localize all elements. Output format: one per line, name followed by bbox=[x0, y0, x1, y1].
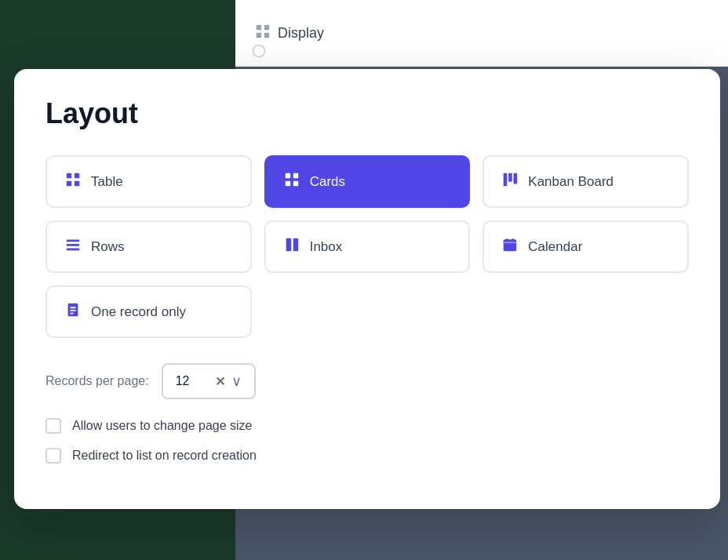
layout-btn-rows[interactable]: Rows bbox=[46, 220, 252, 273]
svg-rect-13 bbox=[504, 173, 508, 187]
table-icon bbox=[64, 171, 82, 192]
display-icon bbox=[254, 23, 271, 44]
layout-btn-calendar[interactable]: Calendar bbox=[482, 220, 689, 273]
svg-rect-15 bbox=[514, 173, 518, 184]
checkbox-allow-change: Allow users to change page size bbox=[46, 418, 689, 434]
layout-btn-cards-label: Cards bbox=[310, 174, 345, 190]
layout-modal: Layout Table bbox=[14, 69, 720, 509]
records-clear-btn[interactable]: ✕ bbox=[215, 374, 225, 389]
layout-btn-kanban[interactable]: Kanban Board bbox=[482, 155, 689, 208]
display-label: Display bbox=[278, 25, 324, 42]
layout-btn-calendar-label: Calendar bbox=[528, 239, 582, 255]
svg-rect-23 bbox=[507, 238, 508, 242]
layout-btn-table-label: Table bbox=[91, 174, 123, 190]
checkbox-allow-change-label: Allow users to change page size bbox=[72, 419, 252, 433]
svg-rect-6 bbox=[75, 173, 79, 178]
svg-rect-29 bbox=[70, 313, 74, 315]
checkbox-allow-change-input[interactable] bbox=[46, 418, 61, 434]
svg-rect-17 bbox=[67, 244, 80, 246]
svg-rect-0 bbox=[257, 24, 261, 29]
layout-grid-row1: Table Cards Kanban Board bbox=[46, 155, 689, 208]
calendar-icon bbox=[501, 236, 519, 257]
layout-btn-cards[interactable]: Cards bbox=[264, 155, 471, 208]
svg-rect-19 bbox=[286, 238, 290, 252]
checkbox-redirect-input[interactable] bbox=[46, 448, 61, 464]
svg-rect-14 bbox=[508, 173, 512, 182]
layout-btn-rows-label: Rows bbox=[91, 239, 125, 255]
modal-title: Layout bbox=[46, 97, 689, 130]
records-value: 12 bbox=[176, 374, 209, 388]
svg-rect-7 bbox=[67, 181, 71, 186]
rows-icon bbox=[64, 236, 82, 257]
svg-rect-5 bbox=[67, 173, 71, 178]
svg-rect-3 bbox=[264, 32, 269, 37]
layout-grid-row3: One record only bbox=[46, 285, 689, 338]
layout-btn-one-record[interactable]: One record only bbox=[46, 285, 252, 338]
top-bar: Display bbox=[235, 0, 728, 67]
records-per-page-section: Records per page: 12 ✕ ∨ bbox=[46, 363, 689, 399]
svg-rect-1 bbox=[264, 24, 269, 29]
svg-rect-24 bbox=[512, 238, 514, 242]
inbox-icon bbox=[283, 236, 300, 257]
svg-rect-12 bbox=[293, 181, 297, 186]
svg-rect-11 bbox=[285, 181, 289, 186]
one-record-icon bbox=[64, 301, 82, 322]
svg-rect-8 bbox=[75, 181, 79, 186]
cards-icon bbox=[283, 171, 300, 192]
records-dropdown-btn[interactable]: ∨ bbox=[231, 373, 242, 390]
svg-rect-10 bbox=[293, 173, 297, 178]
layout-btn-kanban-label: Kanban Board bbox=[528, 174, 613, 190]
checkbox-redirect-label: Redirect to list on record creation bbox=[72, 449, 257, 463]
layout-btn-inbox[interactable]: Inbox bbox=[264, 220, 471, 273]
svg-rect-28 bbox=[70, 310, 75, 311]
svg-rect-27 bbox=[70, 307, 75, 308]
svg-rect-20 bbox=[293, 238, 297, 252]
layout-btn-inbox-label: Inbox bbox=[310, 239, 343, 255]
second-topbar-item bbox=[251, 43, 267, 59]
layout-btn-one-record-label: One record only bbox=[91, 304, 186, 320]
svg-rect-18 bbox=[67, 249, 80, 251]
layout-btn-table[interactable]: Table bbox=[46, 155, 252, 208]
records-per-page-label: Records per page: bbox=[46, 374, 149, 388]
kanban-icon bbox=[501, 171, 519, 192]
svg-rect-25 bbox=[504, 242, 517, 243]
svg-rect-9 bbox=[285, 173, 289, 178]
svg-point-4 bbox=[253, 45, 265, 57]
checkbox-redirect: Redirect to list on record creation bbox=[46, 448, 689, 464]
svg-rect-16 bbox=[67, 240, 80, 242]
layout-grid-row2: Rows Inbox Calendar bbox=[46, 220, 689, 273]
svg-rect-2 bbox=[257, 32, 261, 37]
records-per-page-input[interactable]: 12 ✕ ∨ bbox=[162, 363, 256, 399]
